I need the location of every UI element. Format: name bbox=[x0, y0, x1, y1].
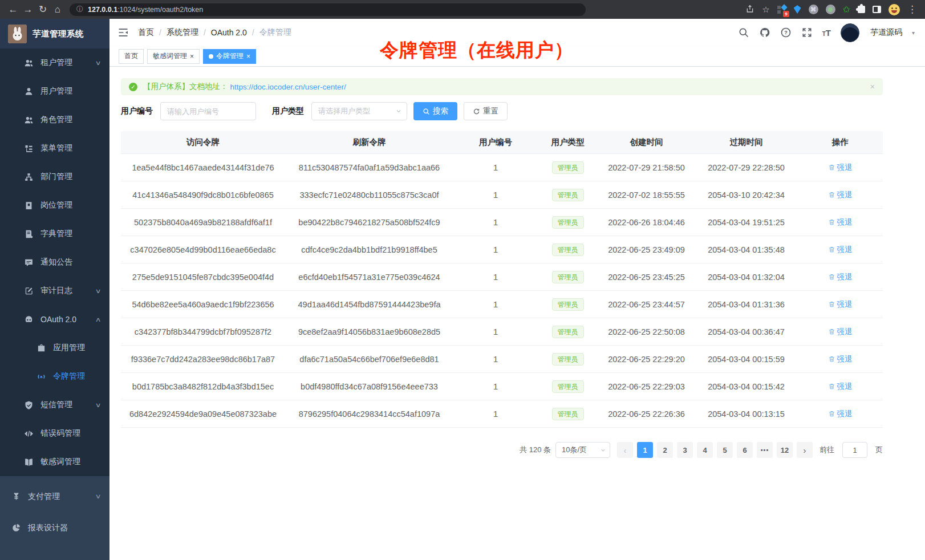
reload-icon[interactable]: ↻ bbox=[35, 3, 50, 15]
reset-button[interactable]: 重置 bbox=[464, 102, 508, 120]
tab-sensitive-words[interactable]: 敏感词管理 × bbox=[147, 49, 200, 64]
dict-book-icon bbox=[24, 229, 34, 239]
force-logout-button[interactable]: 强退 bbox=[828, 217, 853, 228]
table-row: 1ea5e44f8bc1467aaede43144f31de76 811c530… bbox=[121, 154, 883, 181]
prev-page-button[interactable]: ‹ bbox=[617, 442, 633, 458]
sidebar-item[interactable]: OAuth 2.0 ∧ bbox=[0, 305, 109, 334]
force-logout-button[interactable]: 强退 bbox=[828, 190, 853, 200]
page-button[interactable]: 5 bbox=[717, 442, 733, 458]
sidebar-item[interactable]: 报表设计器 bbox=[0, 512, 109, 543]
breadcrumb-home[interactable]: 首页 bbox=[138, 27, 154, 38]
side-panel-icon[interactable] bbox=[873, 6, 881, 13]
force-logout-button[interactable]: 强退 bbox=[828, 354, 853, 364]
notice-chat-icon bbox=[24, 258, 34, 267]
force-logout-button[interactable]: 强退 bbox=[828, 327, 853, 337]
user-id-input[interactable] bbox=[160, 102, 256, 120]
sidebar-collapse-icon[interactable] bbox=[117, 27, 129, 38]
app-logo-bar[interactable]: 芋道管理系统 bbox=[0, 19, 109, 48]
force-logout-button[interactable]: 强退 bbox=[828, 299, 853, 310]
forward-icon[interactable]: → bbox=[21, 4, 35, 15]
sidebar-item[interactable]: 菜单管理 bbox=[0, 134, 109, 163]
expire-time: 2054-03-04 19:51:25 bbox=[695, 218, 797, 227]
access-token: 502375b8040a469a9b82188afdf6af1f bbox=[121, 218, 285, 227]
page-button[interactable]: 6 bbox=[737, 442, 753, 458]
user-id: 1 bbox=[453, 273, 538, 282]
user-type-tag: 管理员 bbox=[552, 189, 584, 201]
create-time: 2022-06-25 23:45:25 bbox=[598, 273, 695, 282]
extension-star-icon[interactable]: ✩ bbox=[843, 5, 850, 14]
sidebar-item[interactable]: 部门管理 bbox=[0, 163, 109, 191]
close-icon[interactable]: × bbox=[246, 53, 250, 60]
site-info-icon[interactable]: ⓘ bbox=[76, 5, 83, 14]
user-id-label: 用户编号 bbox=[121, 106, 153, 116]
share-icon[interactable] bbox=[745, 5, 754, 15]
profile-avatar-icon[interactable] bbox=[889, 4, 900, 15]
back-icon[interactable]: ← bbox=[6, 4, 21, 15]
browser-menu-icon[interactable]: ⋮ bbox=[907, 5, 917, 14]
sidebar-item[interactable]: 字典管理 bbox=[0, 220, 109, 248]
page-button-active[interactable]: 1 bbox=[637, 442, 653, 458]
force-logout-button[interactable]: 强退 bbox=[828, 272, 853, 282]
fullscreen-icon[interactable] bbox=[801, 27, 813, 38]
breadcrumb-oauth[interactable]: OAuth 2.0 bbox=[211, 28, 247, 37]
user-avatar[interactable] bbox=[841, 23, 859, 42]
page-button[interactable]: 3 bbox=[677, 442, 693, 458]
sidebar-item[interactable]: a 令牌管理 bbox=[0, 362, 109, 391]
page-button[interactable]: 2 bbox=[657, 442, 673, 458]
doc-link[interactable]: https://doc.iocoder.cn/user-center/ bbox=[230, 83, 346, 91]
page-size-select[interactable]: 10条/页 bbox=[555, 442, 610, 458]
user-id: 1 bbox=[453, 327, 538, 336]
sidebar-item[interactable]: 审计日志 ∨ bbox=[0, 277, 109, 305]
force-logout-button[interactable]: 强退 bbox=[828, 245, 853, 255]
page-button[interactable]: 12 bbox=[777, 442, 793, 458]
sidebar-item[interactable]: 支付管理 ∨ bbox=[0, 481, 109, 512]
create-time: 2022-06-25 22:26:36 bbox=[598, 409, 695, 419]
url-bar[interactable]: ⓘ 127.0.0.1:1024/system/oauth2/token bbox=[70, 3, 586, 16]
next-page-button[interactable]: › bbox=[797, 442, 813, 458]
extension-gem-icon[interactable] bbox=[794, 5, 801, 14]
refresh-token: b0df4980ffd34c67a08f9156e4eee733 bbox=[285, 382, 453, 391]
github-icon[interactable] bbox=[759, 27, 770, 38]
force-logout-button[interactable]: 强退 bbox=[828, 382, 853, 392]
sidebar-item[interactable]: 应用管理 bbox=[0, 334, 109, 362]
username: 芋道源码 bbox=[870, 27, 902, 38]
user-type-select[interactable]: 请选择用户类型 bbox=[311, 102, 407, 120]
help-icon[interactable]: ? bbox=[780, 27, 792, 38]
sidebar-item[interactable]: 角色管理 bbox=[0, 105, 109, 134]
sidebar-item[interactable]: 租户管理 ∨ bbox=[0, 48, 109, 77]
sidebar-item[interactable]: 错误码管理 bbox=[0, 419, 109, 448]
tab-token-management[interactable]: 令牌管理 × bbox=[203, 49, 256, 64]
force-logout-button[interactable]: 强退 bbox=[828, 409, 853, 419]
bookmark-star-icon[interactable]: ☆ bbox=[762, 5, 769, 14]
tags-view: 首页 敏感词管理 × 令牌管理 × bbox=[109, 46, 925, 67]
extension-grid-icon[interactable]: 9 bbox=[777, 5, 786, 14]
home-icon[interactable]: ⌂ bbox=[50, 4, 65, 15]
sidebar-item[interactable]: 敏感词管理 bbox=[0, 448, 109, 476]
close-icon[interactable]: × bbox=[190, 53, 194, 60]
sidebar-menu: 租户管理 ∨ 用户管理 角色管理 bbox=[0, 48, 109, 476]
font-size-icon[interactable]: TT bbox=[822, 28, 831, 38]
caret-down-icon[interactable]: ▾ bbox=[912, 30, 915, 36]
extension-record-icon[interactable] bbox=[826, 5, 835, 14]
tab-home[interactable]: 首页 bbox=[119, 49, 144, 64]
page-button[interactable]: 4 bbox=[697, 442, 713, 458]
breadcrumb-system[interactable]: 系统管理 bbox=[167, 27, 198, 38]
extension-command-icon[interactable]: ⌘ bbox=[809, 5, 818, 14]
extensions-puzzle-icon[interactable] bbox=[858, 6, 865, 13]
sidebar-item[interactable]: 通知公告 bbox=[0, 248, 109, 277]
page-button[interactable]: ••• bbox=[757, 442, 773, 458]
search-button[interactable]: 搜索 bbox=[413, 102, 457, 120]
total-count: 共 120 条 bbox=[520, 445, 551, 455]
sidebar-item[interactable]: 用户管理 bbox=[0, 77, 109, 105]
search-icon[interactable] bbox=[738, 27, 749, 38]
force-logout-button[interactable]: 强退 bbox=[828, 163, 853, 173]
filter-form: 用户编号 用户类型 请选择用户类型 搜索 bbox=[121, 102, 883, 120]
menu-tree-icon bbox=[24, 144, 34, 153]
sidebar-item[interactable]: 岗位管理 bbox=[0, 191, 109, 220]
alert-close-icon[interactable]: × bbox=[870, 82, 875, 91]
chevron-icon: ∨ bbox=[95, 401, 101, 409]
breadcrumb-current: 令牌管理 bbox=[259, 27, 291, 38]
user-type-tag: 管理员 bbox=[552, 326, 584, 338]
goto-page-input[interactable] bbox=[842, 442, 867, 458]
sidebar-item[interactable]: 短信管理 ∨ bbox=[0, 391, 109, 419]
